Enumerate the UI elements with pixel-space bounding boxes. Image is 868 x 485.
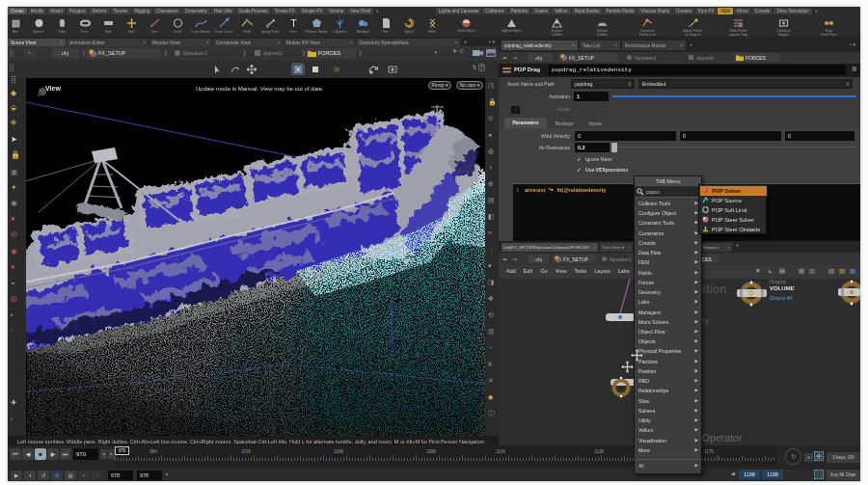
svg-text:1016: 1016 [241, 449, 252, 454]
svg-text:984: 984 [149, 449, 157, 454]
svg-text:1080: 1080 [426, 449, 437, 454]
svg-text:1048: 1048 [334, 449, 344, 454]
svg-text:1104: 1104 [496, 449, 505, 454]
svg-text:1138: 1138 [594, 449, 604, 454]
svg-text:1176: 1176 [704, 449, 714, 454]
svg-text:T: T [290, 18, 296, 29]
